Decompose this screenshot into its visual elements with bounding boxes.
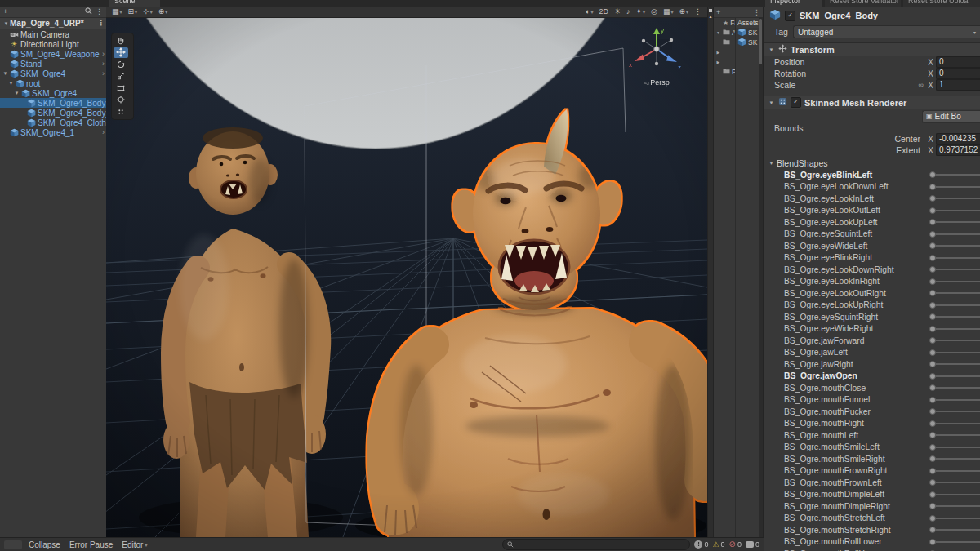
rect-tool[interactable]: [114, 82, 128, 94]
project-tree-item[interactable]: ▼As: [714, 28, 735, 38]
project-tree-item[interactable]: Pa: [714, 67, 735, 77]
hierarchy-item[interactable]: SM_Ogre4_Weapone›: [0, 49, 106, 59]
console-clear-button[interactable]: [4, 540, 22, 549]
blendshape-slider-knob[interactable]: [929, 503, 936, 509]
blendshape-slider[interactable]: [933, 541, 980, 543]
hierarchy-item[interactable]: Stand›: [0, 59, 106, 69]
hierarchy-item[interactable]: SKM_Ogre4_Body_Horn: [0, 108, 106, 118]
transform-header[interactable]: ▼ Transform: [764, 42, 980, 56]
transform-tool[interactable]: [114, 95, 128, 106]
hierarchy-menu-icon[interactable]: ⋮: [96, 8, 103, 16]
blendshape-slider-knob[interactable]: [929, 302, 936, 309]
overflow-menu[interactable]: ⋮: [693, 7, 703, 17]
blendshape-slider[interactable]: [933, 174, 980, 176]
blendshape-slider-knob[interactable]: [929, 384, 936, 391]
hierarchy-item[interactable]: ▼SKM_Ogre4: [0, 88, 106, 98]
project-add-icon[interactable]: +: [716, 8, 720, 16]
scene-foldout-icon[interactable]: ▼: [2, 21, 10, 26]
blendshape-slider[interactable]: [933, 352, 980, 353]
blendshape-slider-knob[interactable]: [929, 361, 936, 367]
blendshape-slider[interactable]: [933, 434, 980, 436]
custom-tool[interactable]: [114, 106, 128, 118]
blendshape-slider-knob[interactable]: [929, 479, 936, 486]
hierarchy-item[interactable]: SKM_Ogre4_1›: [0, 127, 106, 137]
blendshape-slider-knob[interactable]: [929, 219, 936, 225]
console-editor-dropdown[interactable]: Editor ▾: [119, 540, 149, 549]
hierarchy-item[interactable]: ☀Directional Light: [0, 39, 106, 49]
scroll-up-icon[interactable]: ▴: [708, 14, 713, 19]
view-tool[interactable]: [114, 35, 128, 47]
blendshape-slider-knob[interactable]: [929, 397, 936, 403]
blendshape-slider-knob[interactable]: [929, 278, 936, 285]
lighting-toggle[interactable]: ☀: [612, 7, 622, 17]
project-menu-icon[interactable]: ⋮: [753, 8, 760, 16]
foldout-icon[interactable]: ▼: [768, 100, 775, 105]
blendshape-slider[interactable]: [933, 518, 980, 519]
blendshape-slider[interactable]: [933, 447, 980, 448]
scale-x-field[interactable]: 1: [936, 79, 980, 91]
blendshape-slider[interactable]: [933, 387, 980, 389]
blendshape-slider-knob[interactable]: [929, 255, 936, 261]
tab-reset-store-upload[interactable]: Reset Store Uploa: [903, 0, 980, 7]
blendshape-slider-knob[interactable]: [929, 337, 936, 344]
component-enabled-checkbox[interactable]: ✓: [791, 97, 801, 108]
blendshape-slider[interactable]: [933, 210, 980, 211]
blendshape-slider[interactable]: [933, 292, 980, 294]
bounds-extent-x-field[interactable]: 0.9737152: [936, 144, 980, 156]
hierarchy-item[interactable]: SKM_Ogre4_Cloth: [0, 118, 106, 127]
blendshape-slider[interactable]: [933, 340, 980, 341]
blendshape-slider[interactable]: [933, 233, 980, 235]
gameobject-name[interactable]: SKM_Ogre4_Body: [800, 11, 878, 20]
blendshape-slider[interactable]: [933, 458, 980, 460]
rotate-tool[interactable]: [114, 59, 128, 70]
scene-viewport[interactable]: y x z ◅Persp: [106, 18, 707, 537]
blendshape-slider-knob[interactable]: [929, 527, 936, 533]
blendshape-slider-knob[interactable]: [929, 207, 936, 214]
hierarchy-item[interactable]: ▼root: [0, 78, 106, 88]
console-collapse-button[interactable]: Collapse: [26, 540, 63, 549]
blendshape-slider-knob[interactable]: [929, 266, 936, 273]
blendshape-slider-knob[interactable]: [929, 432, 936, 438]
blendshape-slider-knob[interactable]: [929, 468, 936, 474]
scene-kebab-icon[interactable]: ⋮: [97, 20, 106, 27]
projection-indicator[interactable]: ◅Persp: [627, 78, 686, 87]
add-object-icon[interactable]: +: [3, 8, 7, 16]
project-tree-item[interactable]: ★Fa: [714, 18, 735, 28]
blendshape-slider[interactable]: [933, 316, 980, 318]
blendshape-slider[interactable]: [933, 494, 980, 495]
expander-icon[interactable]: ▼: [7, 81, 15, 86]
blendshape-slider[interactable]: [933, 328, 980, 330]
blendshape-slider[interactable]: [933, 304, 980, 306]
rotation-x-field[interactable]: 0: [936, 68, 980, 79]
2d-toggle[interactable]: 2D: [597, 7, 610, 17]
hierarchy-scene-row[interactable]: ▼ Map_Ogre_4_URP* ⋮: [0, 18, 106, 29]
blendshape-slider[interactable]: [933, 411, 980, 412]
blendshape-slider-knob[interactable]: [929, 242, 936, 249]
blendshape-slider-knob[interactable]: [929, 313, 936, 320]
visibility-toggle[interactable]: ◎: [649, 7, 659, 17]
tab-scene[interactable]: Scene: [109, 0, 160, 7]
move-tool[interactable]: [114, 47, 128, 59]
blendshape-slider[interactable]: [933, 269, 980, 270]
blendshape-slider[interactable]: [933, 399, 980, 401]
blendshape-slider-knob[interactable]: [929, 349, 936, 356]
active-checkbox[interactable]: ✓: [785, 11, 795, 21]
blendshape-slider[interactable]: [933, 423, 980, 424]
blendshape-slider-knob[interactable]: [929, 491, 936, 498]
constrain-proportions-icon[interactable]: ∞: [919, 81, 924, 89]
blendshape-slider[interactable]: [933, 257, 980, 259]
edit-bounds-button[interactable]: ▣ Edit Bo: [922, 110, 980, 123]
position-x-field[interactable]: 0: [936, 56, 980, 68]
console-message-count[interactable]: 0: [746, 540, 760, 549]
blendshape-slider-knob[interactable]: [929, 195, 936, 202]
scene-orientation-gizmo[interactable]: y x z ◅Persp: [627, 24, 686, 87]
blendshape-slider[interactable]: [933, 505, 980, 507]
effects-menu[interactable]: ✦▾: [634, 7, 647, 17]
project-scrollbar[interactable]: [759, 17, 763, 537]
project-tree-item[interactable]: ▶: [714, 47, 735, 57]
tag-dropdown[interactable]: Untagged ▾: [793, 25, 980, 38]
blendshape-slider[interactable]: [933, 198, 980, 199]
grid-snap-toggle[interactable]: ⊹▾: [141, 7, 154, 17]
blendshape-slider[interactable]: [933, 363, 980, 365]
blendshape-slider[interactable]: [933, 186, 980, 188]
